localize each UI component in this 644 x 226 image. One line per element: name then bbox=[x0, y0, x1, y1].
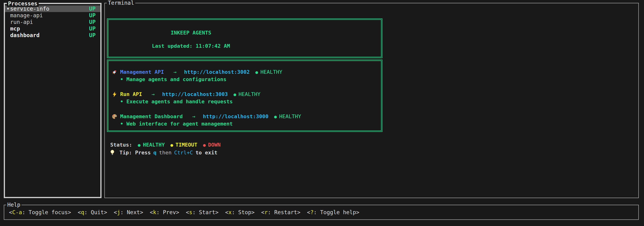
banner-title: INKEEP AGENTS bbox=[108, 30, 274, 36]
legend-label: Status: bbox=[110, 142, 132, 148]
process-status-badge: UP bbox=[89, 32, 96, 38]
help-panel-title: Help bbox=[6, 201, 22, 208]
process-name: run-api bbox=[10, 19, 89, 25]
help-item-next: <j: Next> bbox=[114, 209, 143, 215]
legend-item-down: ● DOWN bbox=[203, 142, 220, 148]
legend-item-healthy: ● HEALTHY bbox=[138, 142, 165, 148]
help-label: Stop bbox=[238, 209, 251, 215]
service-run-api: Run API → http://localhost:3003 ● HEALTH… bbox=[112, 91, 381, 105]
help-item-prev: <k: Prev> bbox=[150, 209, 179, 215]
service-health-label: HEALTHY bbox=[260, 69, 282, 76]
help-label: Restart bbox=[274, 209, 297, 215]
health-dot-icon: ● bbox=[256, 69, 258, 76]
processes-panel: Processes • service-info UP manage-api U… bbox=[4, 3, 102, 198]
service-management-api: Management API → http://localhost:3002 ●… bbox=[112, 69, 381, 83]
process-row-run-api[interactable]: run-api UP bbox=[5, 19, 100, 25]
process-name: mcp bbox=[10, 26, 89, 32]
help-panel: Help <C-a: Toggle focus> <q: Quit> <j: N… bbox=[4, 205, 639, 220]
help-label: Quit bbox=[91, 209, 104, 215]
help-key: r bbox=[264, 209, 268, 215]
tip-key-q: q bbox=[153, 150, 156, 156]
service-description: • Manage agents and configurations bbox=[112, 76, 381, 83]
timeout-dot-icon: ● bbox=[170, 142, 173, 147]
tip-middle: then bbox=[159, 150, 172, 156]
help-key: k bbox=[153, 209, 156, 215]
arrow-right-icon: → bbox=[192, 113, 195, 120]
help-item-stop: <x: Stop> bbox=[225, 209, 255, 215]
help-key: ? bbox=[310, 209, 314, 215]
service-management-dashboard: Management Dashboard → http://localhost:… bbox=[112, 113, 381, 127]
processes-panel-title: Processes bbox=[7, 0, 39, 7]
process-list: • service-info UP manage-api UP run-api … bbox=[5, 4, 100, 39]
help-key: j bbox=[117, 209, 120, 215]
help-item-restart: <r: Restart> bbox=[261, 209, 300, 215]
tip-line: Tip: Press q then Ctrl+C to exit bbox=[110, 149, 218, 156]
terminal-panel[interactable]: Terminal INKEEP AGENTS Last updated: 11:… bbox=[104, 3, 639, 198]
help-label: Toggle focus bbox=[28, 209, 68, 215]
tip-prefix: Tip: Press bbox=[120, 150, 150, 156]
service-url[interactable]: http://localhost:3003 bbox=[162, 91, 228, 98]
health-dot-icon: ● bbox=[234, 91, 236, 98]
service-name: Management Dashboard bbox=[120, 113, 183, 120]
process-name: manage-api bbox=[10, 12, 89, 19]
arrow-right-icon: → bbox=[173, 69, 176, 76]
tip-key-ctrl-c: Ctrl+C bbox=[174, 150, 193, 156]
service-description: • Web interface for agent management bbox=[112, 120, 381, 127]
services-box: Management API → http://localhost:3002 ●… bbox=[107, 60, 382, 132]
service-url[interactable]: http://localhost:3002 bbox=[184, 69, 250, 76]
help-label: Next bbox=[127, 209, 140, 215]
help-item-quit: <q: Quit> bbox=[78, 209, 107, 215]
service-url[interactable]: http://localhost:3000 bbox=[203, 113, 268, 120]
help-label: Start bbox=[199, 209, 215, 215]
help-label: Prev bbox=[163, 209, 176, 215]
service-health-label: HEALTHY bbox=[239, 91, 260, 98]
healthy-dot-icon: ● bbox=[138, 142, 140, 147]
service-description: • Execute agents and handle requests bbox=[112, 98, 381, 105]
down-dot-icon: ● bbox=[203, 142, 206, 147]
help-key: q bbox=[81, 209, 84, 215]
legend-item-timeout: ● TIMEOUT bbox=[170, 142, 197, 148]
help-label: Toggle help bbox=[320, 209, 356, 215]
terminal-panel-title: Terminal bbox=[107, 0, 135, 6]
process-status-badge: UP bbox=[89, 26, 96, 32]
banner-box: INKEEP AGENTS Last updated: 11:07:42 AM bbox=[107, 19, 382, 58]
rocket-icon bbox=[112, 69, 118, 75]
lightning-icon bbox=[112, 91, 118, 97]
legend-item-label: HEALTHY bbox=[143, 142, 165, 148]
arrow-right-icon: → bbox=[152, 91, 155, 98]
health-dot-icon: ● bbox=[274, 113, 277, 120]
process-row-mcp[interactable]: mcp UP bbox=[5, 25, 100, 32]
palette-icon bbox=[112, 113, 118, 120]
process-row-dashboard[interactable]: dashboard UP bbox=[5, 32, 100, 39]
help-item-toggle-focus: <C-a: Toggle focus> bbox=[9, 209, 71, 215]
process-status-badge: UP bbox=[89, 19, 96, 25]
help-key: s bbox=[189, 209, 192, 215]
service-health-label: HEALTHY bbox=[279, 113, 301, 120]
process-status-badge: UP bbox=[89, 6, 96, 12]
bulb-icon bbox=[110, 149, 116, 156]
process-row-manage-api[interactable]: manage-api UP bbox=[5, 12, 100, 19]
last-updated-text: Last updated: 11:07:42 AM bbox=[108, 43, 274, 49]
service-name: Run API bbox=[120, 91, 142, 98]
service-name: Management API bbox=[120, 69, 164, 76]
help-item-start: <s: Start> bbox=[186, 209, 218, 215]
help-key: x bbox=[228, 209, 232, 215]
tip-suffix: to exit bbox=[196, 150, 218, 156]
status-legend: Status: ● HEALTHY ● TIMEOUT ● DOWN bbox=[110, 142, 221, 148]
help-item-toggle-help: <?: Toggle help> bbox=[307, 209, 360, 215]
help-items: <C-a: Toggle focus> <q: Quit> <j: Next> … bbox=[4, 205, 638, 219]
help-key: C-a bbox=[12, 209, 22, 215]
legend-item-label: DOWN bbox=[208, 142, 221, 148]
legend-item-label: TIMEOUT bbox=[176, 142, 197, 148]
process-name: dashboard bbox=[10, 32, 89, 38]
app-root: Processes • service-info UP manage-api U… bbox=[0, 0, 644, 226]
process-status-badge: UP bbox=[89, 12, 96, 19]
